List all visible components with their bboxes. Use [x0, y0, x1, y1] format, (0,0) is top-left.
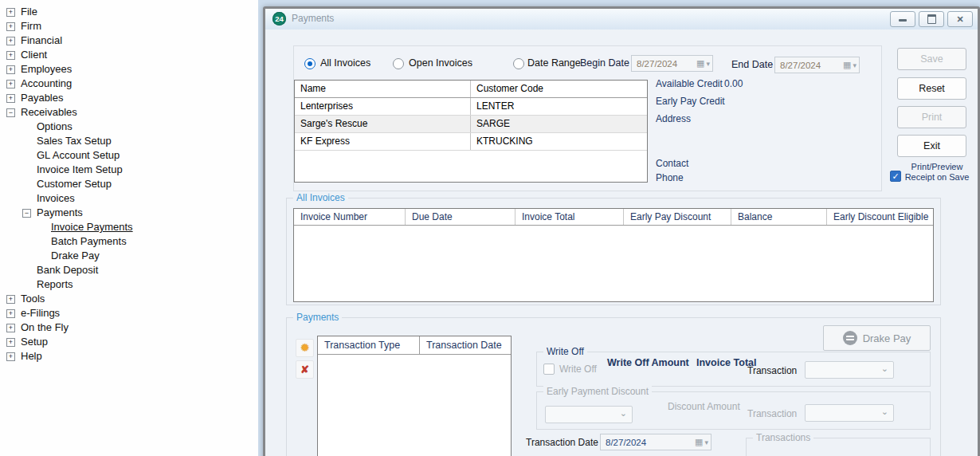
tree-item-firm[interactable]: +Firm [0, 19, 258, 33]
end-date-field[interactable]: 8/27/2024 ▦ ▾ [774, 57, 860, 73]
calendar-icon: ▦ [843, 60, 851, 70]
tree-item-payables[interactable]: +Payables [0, 91, 258, 105]
transaction-date-field[interactable]: 8/27/2024 ▦ ▾ [600, 434, 711, 450]
tree-item-invoice-item-setup[interactable]: Invoice Item Setup [0, 163, 258, 177]
payments-group-title: Payments [293, 312, 342, 323]
save-button[interactable]: Save [897, 48, 966, 70]
maximize-button[interactable] [919, 11, 944, 27]
write-off-group: Write Off Write Off Write Off Amount Inv… [536, 352, 931, 387]
exit-button[interactable]: Exit [897, 135, 966, 157]
table-row[interactable]: Lenterprises LENTER [295, 98, 647, 116]
dropdown-arrow-icon[interactable]: ▾ [704, 438, 708, 446]
payment-transactions-header[interactable]: Transaction Type Transaction Date [318, 336, 511, 355]
tree-item-help[interactable]: +Help [0, 349, 258, 364]
tree-item-sales-tax-setup[interactable]: Sales Tax Setup [0, 134, 258, 148]
discount-transaction-dropdown[interactable]: ⌄ [805, 404, 894, 422]
column-customer-code[interactable]: Customer Code [471, 81, 647, 97]
tree-item-file[interactable]: +File [0, 5, 258, 19]
tree-item-customer-setup[interactable]: Customer Setup [0, 177, 258, 191]
minimize-button[interactable] [890, 11, 915, 27]
calendar-icon: ▦ [695, 437, 703, 447]
dialog-titlebar[interactable]: 24 Payments ✕ [265, 9, 978, 30]
expand-icon[interactable]: + [6, 324, 15, 332]
table-row[interactable]: KF Express KTRUCKING [295, 133, 647, 151]
tree-item-reports[interactable]: Reports [0, 277, 258, 292]
column-due-date[interactable]: Due Date [406, 209, 515, 225]
collapse-icon[interactable]: − [22, 209, 31, 218]
end-date-label: End Date [731, 59, 773, 70]
early-pay-credit-label: Early Pay Credit [656, 96, 725, 107]
expand-icon[interactable]: + [6, 338, 15, 347]
tree-item-options[interactable]: Options [0, 120, 258, 134]
tree-item-receivables[interactable]: −Receivables [0, 105, 258, 120]
expand-icon[interactable]: + [6, 8, 15, 17]
tree-item-setup[interactable]: +Setup [0, 335, 258, 349]
column-invoice-number[interactable]: Invoice Number [294, 209, 406, 225]
chevron-down-icon: ⌄ [620, 408, 627, 419]
new-payment-button[interactable]: ✹ [296, 339, 314, 357]
column-early-pay-discount[interactable]: Early Pay Discount [624, 209, 731, 225]
close-button[interactable]: ✕ [947, 11, 973, 27]
expand-icon[interactable]: + [6, 309, 15, 318]
radio-date-range-label: Date Range [527, 57, 581, 69]
column-transaction-type[interactable]: Transaction Type [318, 336, 420, 354]
radio-date-range[interactable] [513, 58, 524, 69]
radio-all-invoices[interactable] [304, 58, 316, 69]
expand-icon[interactable]: + [6, 37, 15, 45]
window-controls: ✕ [890, 11, 973, 27]
radio-open-invoices[interactable] [393, 58, 404, 69]
tree-item-financial[interactable]: +Financial [0, 33, 258, 48]
dropdown-arrow-icon[interactable]: ▾ [853, 61, 857, 69]
expand-icon[interactable]: + [6, 352, 15, 361]
receipt-on-save-checkbox[interactable]: ✓ [890, 171, 901, 182]
tree-item-client[interactable]: +Client [0, 48, 258, 62]
tree-item-tools[interactable]: +Tools [0, 292, 258, 306]
all-invoices-table-header[interactable]: Invoice Number Due Date Invoice Total Ea… [294, 209, 933, 226]
tree-item-gl-account-setup[interactable]: GL Account Setup [0, 148, 258, 163]
contact-label: Contact [656, 158, 688, 169]
payment-transactions-table: Transaction Type Transaction Date [317, 336, 512, 456]
nav-tree: +File +Firm +Financial +Client +Employee… [0, 0, 258, 456]
transactions-group-title: Transactions [753, 432, 813, 443]
all-invoices-group-title: All Invoices [293, 192, 348, 203]
column-early-discount-eligible[interactable]: Early Discount Eligible [827, 209, 933, 225]
chevron-down-icon: ⌄ [881, 364, 888, 374]
tree-item-accounting[interactable]: +Accounting [0, 77, 258, 91]
close-icon: ✕ [956, 15, 963, 24]
expand-icon[interactable]: + [6, 51, 15, 60]
credit-card-icon [843, 331, 857, 345]
chevron-down-icon: ⌄ [881, 407, 888, 417]
tree-item-e-filings[interactable]: +e-Filings [0, 306, 258, 320]
tree-item-employees[interactable]: +Employees [0, 62, 258, 77]
expand-icon[interactable]: + [6, 22, 15, 31]
tree-item-invoice-payments[interactable]: Invoice Payments [0, 220, 258, 234]
tree-item-bank-deposit[interactable]: Bank Deposit [0, 263, 258, 277]
expand-icon[interactable]: + [6, 65, 15, 74]
print-button[interactable]: Print [897, 106, 966, 128]
expand-icon[interactable]: + [6, 80, 15, 88]
transactions-group: Transactions [746, 438, 931, 456]
address-label: Address [656, 113, 691, 124]
table-row[interactable]: Sarge's Rescue SARGE [295, 116, 647, 133]
write-off-transaction-dropdown[interactable]: ⌄ [805, 361, 894, 379]
dropdown-arrow-icon[interactable]: ▾ [706, 60, 710, 68]
tree-item-drake-pay[interactable]: Drake Pay [0, 249, 258, 263]
reset-button[interactable]: Reset [897, 77, 966, 100]
column-name[interactable]: Name [295, 81, 471, 97]
customer-table-header[interactable]: Name Customer Code [295, 81, 647, 98]
delete-payment-button[interactable]: ✘ [296, 360, 314, 379]
column-balance[interactable]: Balance [731, 209, 827, 225]
column-invoice-total[interactable]: Invoice Total [515, 209, 624, 225]
expand-icon[interactable]: + [6, 295, 15, 304]
write-off-checkbox[interactable] [543, 364, 555, 375]
tree-item-invoices[interactable]: Invoices [0, 191, 258, 206]
tree-item-batch-payments[interactable]: Batch Payments [0, 234, 258, 249]
column-transaction-date[interactable]: Transaction Date [420, 336, 502, 354]
tree-item-on-the-fly[interactable]: +On the Fly [0, 320, 258, 335]
early-discount-dropdown[interactable]: ⌄ [545, 406, 633, 423]
tree-item-payments[interactable]: −Payments [0, 206, 258, 220]
collapse-icon[interactable]: − [6, 108, 15, 117]
drake-pay-button[interactable]: Drake Pay [823, 325, 931, 351]
expand-icon[interactable]: + [6, 94, 15, 103]
begin-date-field[interactable]: 8/27/2024 ▦ ▾ [631, 55, 713, 72]
